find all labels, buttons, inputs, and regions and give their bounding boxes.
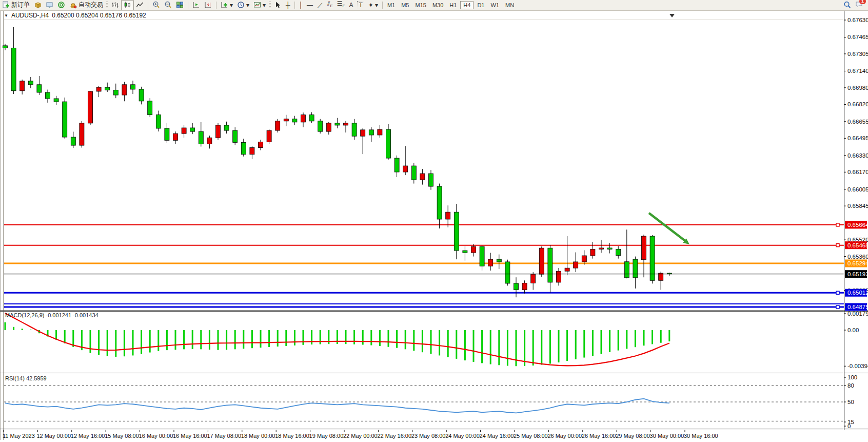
chart-shift-button[interactable] — [202, 1, 214, 10]
svg-text:0.65664: 0.65664 — [847, 222, 868, 228]
data-window-button[interactable] — [44, 1, 55, 10]
candle-body — [292, 119, 297, 122]
chevron-down-icon: ▾ — [375, 2, 378, 9]
candle-body — [326, 123, 331, 131]
trendline-button[interactable]: ／ — [315, 1, 325, 10]
time-axis-label: 22 May 00:00 — [343, 433, 378, 439]
text-label-button[interactable]: T — [355, 1, 366, 10]
svg-text:0.65192: 0.65192 — [847, 271, 868, 277]
label-icon: T — [357, 1, 364, 9]
zoom-in-button[interactable] — [150, 1, 162, 10]
candle-body — [403, 166, 408, 172]
candle-body — [607, 248, 612, 249]
swirl-icon — [57, 1, 65, 9]
line-handle[interactable] — [836, 244, 839, 247]
timeframe-button-m30[interactable]: M30 — [430, 2, 446, 9]
symbols-button[interactable] — [32, 1, 44, 10]
vertical-line-button[interactable]: │ — [297, 1, 305, 10]
text-button[interactable]: A — [347, 1, 355, 10]
timeframe-button-h1[interactable]: H1 — [447, 2, 459, 9]
candle-body — [63, 102, 67, 137]
time-axis-label: 12 May 00:00 — [36, 433, 71, 439]
candle-body — [275, 121, 280, 130]
candle-body — [131, 85, 135, 89]
templates-button[interactable]: ▾ — [251, 1, 268, 10]
toolbar-separator — [148, 2, 148, 9]
timeframe-button-d1[interactable]: D1 — [475, 2, 487, 9]
line-chart-button[interactable] — [134, 1, 146, 10]
price-chart[interactable]: 0.676300.674650.673050.671400.669800.668… — [0, 10, 868, 442]
navigator-button[interactable] — [55, 1, 67, 10]
candle-body — [233, 130, 238, 142]
candle-body — [301, 115, 306, 122]
candle-body — [420, 174, 425, 180]
timeframe-button-mn[interactable]: MN — [503, 2, 517, 9]
fibonacci-icon: ☰F — [337, 0, 345, 10]
time-axis-label: 17 May 08:00 — [207, 433, 241, 439]
trendline-icon: ／ — [317, 2, 323, 9]
monitor-icon — [46, 1, 53, 9]
candle-body — [582, 256, 586, 262]
price-badge: 0.65192 — [845, 270, 868, 278]
auto-scroll-button[interactable] — [190, 1, 202, 10]
chart-title-bar[interactable]: ▼ AUDUSD-,H4 0.65200 0.65204 0.65176 0.6… — [4, 11, 146, 20]
horizontal-lines[interactable] — [4, 223, 844, 309]
macd-label: MACD(12,26,9) -0.001241 -0.001434 — [5, 312, 98, 318]
tile-windows-button[interactable] — [174, 1, 186, 10]
toolbar-separator — [382, 2, 383, 9]
trend-arrow-annotation[interactable] — [649, 213, 689, 244]
candle-body — [531, 274, 536, 283]
timeframe-button-h4[interactable]: H4 — [460, 1, 474, 9]
candles — [3, 27, 672, 297]
candle-body — [480, 246, 484, 266]
timeframe-button-w1[interactable]: W1 — [488, 2, 502, 9]
template-icon — [253, 1, 261, 9]
candle-body — [139, 89, 144, 101]
new-order-button[interactable]: 新订单 — [0, 1, 32, 10]
candle-body — [241, 142, 246, 154]
zoom-out-button[interactable] — [162, 1, 174, 10]
candle-body — [20, 81, 25, 91]
periods-button[interactable]: ▾ — [235, 1, 251, 10]
search-icon[interactable] — [843, 1, 851, 9]
box-icon — [34, 1, 42, 9]
svg-text:0.66330: 0.66330 — [847, 152, 868, 159]
candle-body — [557, 271, 561, 282]
collapse-icon[interactable]: ▼ — [4, 13, 8, 18]
notifications-button[interactable]: 1 — [855, 1, 863, 10]
crosshair-button[interactable]: ┼ — [284, 1, 292, 10]
line-handle[interactable] — [836, 223, 839, 226]
macd-axis-label: 0.001799 — [847, 311, 868, 317]
timeframe-button-m15[interactable]: M15 — [412, 2, 428, 9]
bar-chart-button[interactable] — [109, 1, 121, 10]
indicators-button[interactable]: ▾ — [219, 1, 235, 10]
svg-text:0.66005: 0.66005 — [847, 186, 868, 193]
timeframe-button-m5[interactable]: M5 — [399, 2, 411, 9]
timeframe-button-m1[interactable]: M1 — [385, 2, 398, 9]
arrows-button[interactable]: ✦▾ — [366, 1, 380, 10]
rsi-label: RSI(14) 42.5959 — [5, 375, 47, 381]
horizontal-line-button[interactable]: — — [305, 1, 315, 10]
fibonacci-button[interactable]: ☰F — [335, 1, 347, 10]
candle-body — [633, 259, 638, 278]
svg-text:0.66170: 0.66170 — [847, 169, 868, 175]
chart-window: ▼ AUDUSD-,H4 0.65200 0.65204 0.65176 0.6… — [0, 10, 868, 442]
candle-body — [207, 138, 212, 144]
candle-body — [148, 101, 152, 115]
line-handle[interactable] — [836, 291, 839, 294]
candle-body — [259, 142, 263, 147]
line-handle[interactable] — [836, 305, 839, 309]
toolbar-separator — [294, 2, 295, 9]
autotrading-button[interactable]: 自动交易 — [67, 1, 105, 10]
auto-scroll-icon — [192, 1, 200, 9]
time-axis[interactable]: 11 May 202312 May 00:0012 May 16:0015 Ma… — [3, 430, 718, 439]
cursor-button[interactable] — [272, 1, 284, 10]
svg-text:0.66655: 0.66655 — [847, 119, 868, 125]
time-axis-label: 26 May 16:00 — [582, 433, 616, 439]
chart-shift-marker[interactable] — [669, 14, 675, 17]
autotrading-label: 自动交易 — [78, 1, 103, 9]
bars-chart-icon — [111, 1, 119, 9]
candlestick-chart-button[interactable] — [121, 0, 134, 10]
channel-button[interactable]: ⫽E — [325, 1, 335, 10]
time-axis-label: 24 May 00:00 — [445, 433, 480, 439]
